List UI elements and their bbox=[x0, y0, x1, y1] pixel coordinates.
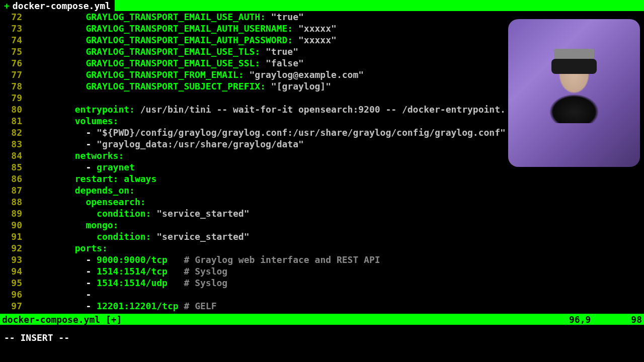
tab-title: docker-compose.yml bbox=[13, 0, 111, 12]
status-cursor-pos: 96,9 bbox=[569, 314, 591, 325]
line-number: 87 bbox=[0, 185, 31, 196]
line-number: 72 bbox=[0, 11, 31, 23]
line-number: 82 bbox=[0, 127, 31, 138]
code-line[interactable]: 90 mongo: bbox=[0, 219, 644, 231]
tab-modified-marker: + bbox=[4, 0, 10, 12]
line-number: 76 bbox=[0, 57, 31, 69]
line-number: 75 bbox=[0, 46, 31, 57]
line-number: 81 bbox=[0, 115, 31, 127]
code-line[interactable]: 92 ports: bbox=[0, 242, 644, 254]
line-number: 93 bbox=[0, 254, 31, 265]
code-content: ports: bbox=[31, 242, 644, 254]
line-number: 95 bbox=[0, 277, 31, 289]
line-number: 84 bbox=[0, 150, 31, 161]
line-number: 86 bbox=[0, 173, 31, 185]
line-number: 88 bbox=[0, 196, 31, 208]
code-content: condition: "service_started" bbox=[31, 231, 644, 242]
code-content: mongo: bbox=[31, 219, 644, 231]
line-number: 91 bbox=[0, 231, 31, 242]
code-content: - 9000:9000/tcp # Graylog web interface … bbox=[31, 254, 644, 265]
mode-indicator: -- INSERT -- bbox=[0, 325, 644, 350]
webcam-overlay bbox=[508, 19, 640, 167]
line-number: 73 bbox=[0, 23, 31, 34]
line-number: 94 bbox=[0, 265, 31, 277]
line-number: 74 bbox=[0, 34, 31, 46]
code-line[interactable]: 86 restart: always bbox=[0, 173, 644, 185]
code-line[interactable]: 97 - 12201:12201/tcp # GELF bbox=[0, 300, 644, 312]
line-number: 85 bbox=[0, 161, 31, 173]
code-line[interactable]: 96 - bbox=[0, 289, 644, 300]
code-content: - 1514:1514/tcp # Syslog bbox=[31, 265, 644, 277]
line-number: 89 bbox=[0, 208, 31, 219]
code-line[interactable]: 91 condition: "service_started" bbox=[0, 231, 644, 242]
code-content: restart: always bbox=[31, 173, 644, 185]
status-percent: 98 bbox=[631, 314, 642, 325]
code-line[interactable]: 88 opensearch: bbox=[0, 196, 644, 208]
line-number: 79 bbox=[0, 92, 31, 104]
status-filename: docker-compose.yml [+] bbox=[2, 314, 122, 325]
line-number: 97 bbox=[0, 300, 31, 312]
line-number: 96 bbox=[0, 289, 31, 300]
line-number: 77 bbox=[0, 69, 31, 80]
code-content: depends_on: bbox=[31, 185, 644, 196]
code-content: - 12201:12201/tcp # GELF bbox=[31, 300, 644, 312]
code-line[interactable]: 93 - 9000:9000/tcp # Graylog web interfa… bbox=[0, 254, 644, 265]
line-number: 90 bbox=[0, 219, 31, 231]
tab-active[interactable]: + docker-compose.yml bbox=[0, 0, 115, 11]
code-content: opensearch: bbox=[31, 196, 644, 208]
line-number: 80 bbox=[0, 104, 31, 115]
code-content: condition: "service_started" bbox=[31, 208, 644, 219]
line-number: 92 bbox=[0, 242, 31, 254]
code-line[interactable]: 87 depends_on: bbox=[0, 185, 644, 196]
status-bar: docker-compose.yml [+] 96,9 98 bbox=[0, 314, 644, 325]
code-line[interactable]: 89 condition: "service_started" bbox=[0, 208, 644, 219]
code-content: - bbox=[31, 289, 644, 300]
tab-bar: + docker-compose.yml bbox=[0, 0, 644, 11]
line-number: 83 bbox=[0, 138, 31, 150]
code-line[interactable]: 95 - 1514:1514/udp # Syslog bbox=[0, 277, 644, 289]
code-line[interactable]: 94 - 1514:1514/tcp # Syslog bbox=[0, 265, 644, 277]
code-content: - 1514:1514/udp # Syslog bbox=[31, 277, 644, 289]
line-number: 78 bbox=[0, 80, 31, 92]
